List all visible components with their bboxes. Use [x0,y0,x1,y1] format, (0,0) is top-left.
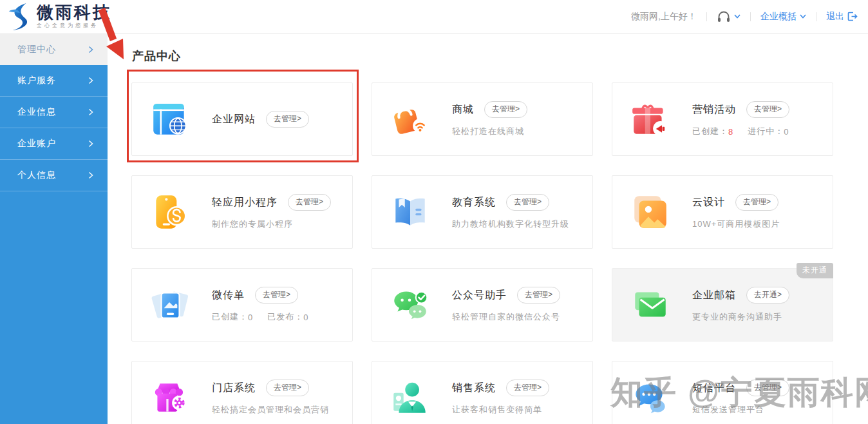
wechat-icon [389,284,431,326]
miniprogram-icon [149,191,191,233]
product-card-education[interactable]: 教育系统 去管理> 助力教培机构数字化转型升级 [372,175,593,249]
logout-button[interactable]: 退出 [826,11,858,23]
sidebar-item-label: 账户服务 [17,75,56,86]
mail-icon [629,284,672,326]
page-title: 产品中心 [132,48,868,64]
product-desc: 让获客和销售变得简单 [452,404,549,416]
brand-swirl-icon [5,2,33,32]
product-stats: 已创建： 8 进行中： 0 [692,126,803,137]
status-badge: 未开通 [797,263,833,278]
product-title: 微传单 [212,289,245,302]
main-content: 产品中心 企业网站 去管理> [108,34,868,424]
product-desc: 制作您的专属小程序 [212,218,331,230]
top-header: 微雨科技 全心全意为您服务 微雨网,上午好！ 企业概括 [0,0,868,34]
product-card-website[interactable]: 企业网站 去管理> [131,82,353,156]
shop-bag-icon [389,98,431,140]
manage-button[interactable]: 去管理> [506,380,549,396]
divider [750,12,751,21]
company-overview-menu[interactable]: 企业概括 [760,11,806,23]
manage-button[interactable]: 去管理> [506,194,549,211]
product-title: 云设计 [692,196,725,209]
chevron-down-icon [800,14,806,19]
company-overview-label: 企业概括 [760,11,797,23]
chevron-right-icon [88,140,93,148]
stat-value: 0 [784,127,789,137]
product-title: 短信平台 [692,381,736,395]
product-card-miniprogram[interactable]: 轻应用小程序 去管理> 制作您的专属小程序 [131,175,353,249]
brand-name: 微雨科技 [37,4,111,21]
website-icon [149,98,191,140]
image-icon [629,191,672,233]
store-icon [149,376,191,419]
gift-icon [629,98,672,140]
product-card-marketing[interactable]: 营销活动 去管理> 已创建： 8 进行中： 0 [612,82,833,156]
product-title: 公众号助手 [452,289,507,302]
chevron-right-icon [88,77,93,84]
sidebar-item-personal-info[interactable]: 个人信息 [0,160,108,191]
manage-button[interactable]: 去管理> [517,287,560,304]
book-icon [389,191,431,233]
sidebar-item-company-info[interactable]: 企业信息 [0,97,108,128]
stat-value: 8 [728,127,733,137]
stat-label: 已创建： [212,311,248,323]
flyer-icon [149,284,191,326]
product-card-cloud-design[interactable]: 云设计 去管理> 10W+可商用模板图片 [612,175,833,249]
product-desc: 轻松管理自家的微信公众号 [452,311,560,323]
stat-value: 0 [303,313,308,322]
manage-button[interactable]: 去管理> [484,101,527,118]
product-title: 商城 [452,103,474,117]
product-card-store-system[interactable]: 门店系统 去管理> 轻松搞定会员管理和会员营销 [131,361,353,424]
sidebar-item-label: 个人信息 [17,169,56,181]
stat-label: 已发布： [267,311,303,323]
manage-button[interactable]: 去管理> [746,101,789,118]
sidebar-item-account-service[interactable]: 账户服务 [0,65,108,97]
logout-label: 退出 [826,11,844,23]
activate-button[interactable]: 去开通> [746,287,789,304]
chevron-down-icon [734,14,741,19]
chevron-right-icon [88,46,93,53]
sidebar-item-management-center[interactable]: 管理中心 [0,34,108,65]
product-card-wechat-assistant[interactable]: 公众号助手 去管理> 轻松管理自家的微信公众号 [372,268,593,342]
product-card-enterprise-mail[interactable]: 未开通 企业邮箱 去开通> 更专业的商务沟通助手 [612,268,833,342]
sms-icon [629,376,672,419]
logout-icon [847,12,858,21]
product-desc: 10W+可商用模板图片 [692,218,780,230]
product-title: 门店系统 [212,381,256,395]
product-title: 企业网站 [212,113,256,126]
salesperson-icon [389,376,431,419]
product-stats: 已创建： 0 已发布： 0 [212,311,323,323]
headset-icon [717,10,731,23]
product-card-sms-platform[interactable]: 短信平台 去管理> 短信发送管理平台 [612,361,833,424]
sidebar-item-label: 管理中心 [17,44,56,55]
product-desc: 轻松打造在线商城 [452,126,527,137]
product-card-mall[interactable]: 商城 去管理> 轻松打造在线商城 [372,82,593,156]
sidebar-item-company-account[interactable]: 企业账户 [0,128,108,160]
product-card-sales-system[interactable]: 销售系统 去管理> 让获客和销售变得简单 [372,361,593,424]
product-desc: 助力教培机构数字化转型升级 [452,218,569,230]
product-desc: 轻松搞定会员管理和会员营销 [212,404,329,416]
product-title: 企业邮箱 [692,289,736,302]
brand-logo: 微雨科技 全心全意为您服务 [5,2,111,32]
product-title: 轻应用小程序 [212,196,278,209]
product-title: 销售系统 [452,381,496,395]
manage-button[interactable]: 去管理> [735,194,778,211]
product-card-flyer[interactable]: 微传单 去管理> 已创建： 0 已发布： 0 [131,268,353,342]
manage-button[interactable]: 去管理> [288,194,331,211]
product-title: 营销活动 [692,103,736,117]
manage-button[interactable]: 去管理> [266,111,309,128]
chevron-right-icon [88,171,93,179]
brand-tagline: 全心全意为您服务 [37,22,111,29]
product-desc: 短信发送管理平台 [692,404,789,416]
stat-value: 0 [248,313,253,322]
product-grid: 企业网站 去管理> [131,82,868,424]
divider [706,12,707,21]
manage-button[interactable]: 去管理> [266,380,309,396]
chevron-right-icon [88,108,93,116]
sidebar: 管理中心 账户服务 企业信息 企业账户 个人信息 [0,34,108,424]
sidebar-item-label: 企业信息 [17,106,56,118]
stat-label: 已创建： [692,126,728,137]
manage-button[interactable]: 去管理> [746,380,789,396]
support-menu[interactable] [717,10,741,23]
divider [816,12,816,21]
manage-button[interactable]: 去管理> [255,287,298,304]
